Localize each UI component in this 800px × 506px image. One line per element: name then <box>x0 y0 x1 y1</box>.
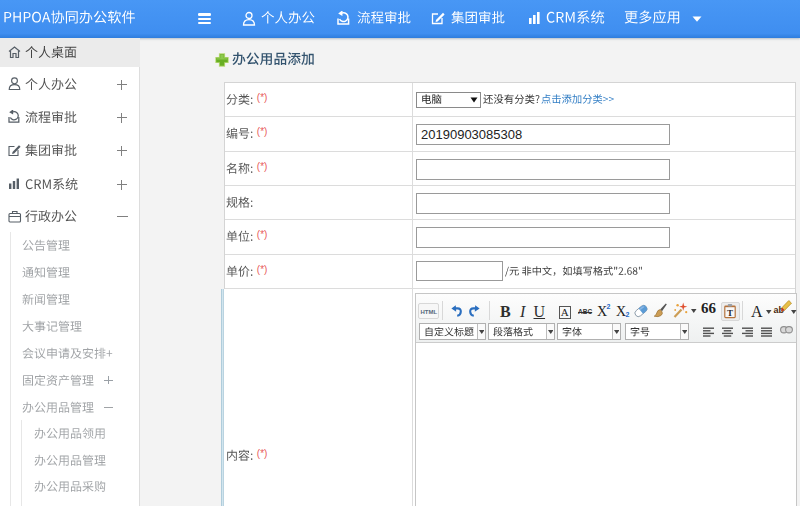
svg-text:T: T <box>726 308 732 318</box>
